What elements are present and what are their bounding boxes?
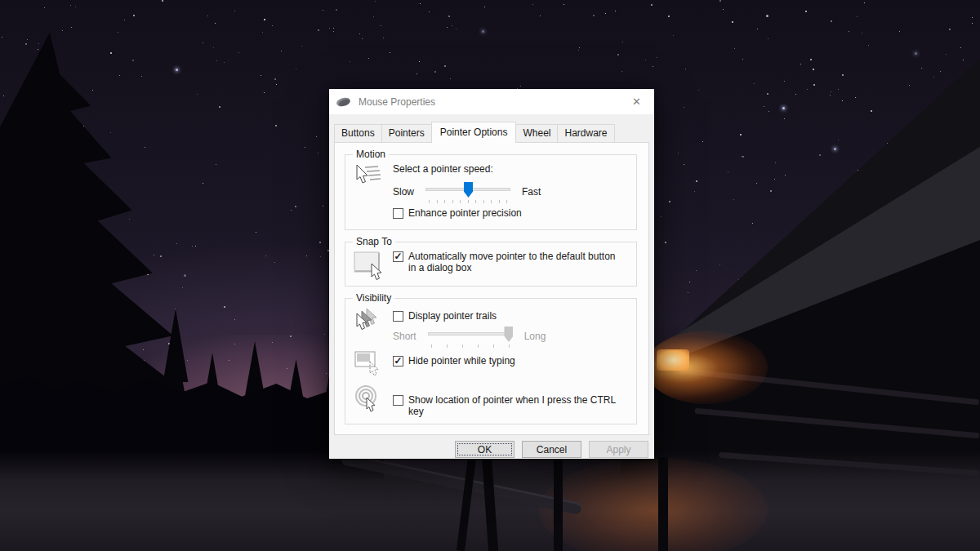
tab-page-pointer-options: Motion Select a pointer speed: Slow [334,142,649,435]
ok-button[interactable]: OK [455,441,514,458]
apply-button: Apply [589,441,648,458]
display-trails-label[interactable]: Display pointer trails [408,310,497,322]
tab-wheel[interactable]: Wheel [515,124,558,143]
enhance-precision-checkbox[interactable] [393,208,403,219]
fast-label: Fast [522,186,541,198]
motion-group-label: Motion [353,149,389,160]
ctrl-locate-icon [354,384,393,417]
pointer-speed-icon [354,163,393,219]
tab-hardware[interactable]: Hardware [557,124,614,143]
pointer-speed-slider[interactable] [425,181,510,202]
cancel-button[interactable]: Cancel [522,441,581,458]
trail-length-slider [428,326,513,347]
mouse-icon [336,96,351,108]
short-label: Short [393,331,416,342]
slider-thumb[interactable] [464,182,473,198]
snap-to-icon [354,251,393,283]
snap-to-group: Snap To ✓ Automatically move pointer to … [345,242,637,287]
snap-to-group-label: Snap To [353,236,395,247]
cabin-window [657,349,689,371]
show-ctrl-location-label[interactable]: Show location of pointer when I press th… [408,394,628,417]
visibility-group-label: Visibility [353,292,394,304]
dialog-title: Mouse Properties [359,96,626,108]
visibility-group: Visibility Display pointer trails [345,298,637,424]
enhance-precision-label[interactable]: Enhance pointer precision [408,207,522,219]
tab-buttons[interactable]: Buttons [334,124,382,143]
hide-while-typing-checkbox[interactable]: ✓ [393,356,403,367]
tab-strip: Buttons Pointers Pointer Options Wheel H… [329,121,654,142]
hide-while-typing-label[interactable]: Hide pointer while typing [408,355,515,367]
tab-pointer-options[interactable]: Pointer Options [431,122,517,143]
mouse-properties-dialog: Mouse Properties ✕ Buttons Pointers Poin… [329,89,654,459]
slider-thumb [504,327,513,342]
slow-label: Slow [393,186,414,198]
pointer-speed-label: Select a pointer speed: [393,163,628,175]
display-trails-checkbox[interactable] [393,311,403,322]
tab-pointers[interactable]: Pointers [381,124,432,143]
motion-group: Motion Select a pointer speed: Slow [345,154,637,230]
show-ctrl-location-checkbox[interactable] [393,395,403,406]
dialog-button-row: OK Cancel Apply [329,441,648,458]
close-icon[interactable]: ✕ [626,94,647,109]
snap-to-checkbox[interactable]: ✓ [393,251,403,262]
fence-post [554,454,563,551]
fence-post [658,457,668,551]
long-label: Long [524,331,546,342]
hide-pointer-icon [354,350,393,376]
dialog-titlebar[interactable]: Mouse Properties ✕ [329,89,654,114]
pointer-trails-icon [354,307,393,347]
snap-to-label[interactable]: Automatically move pointer to the defaul… [408,251,622,273]
